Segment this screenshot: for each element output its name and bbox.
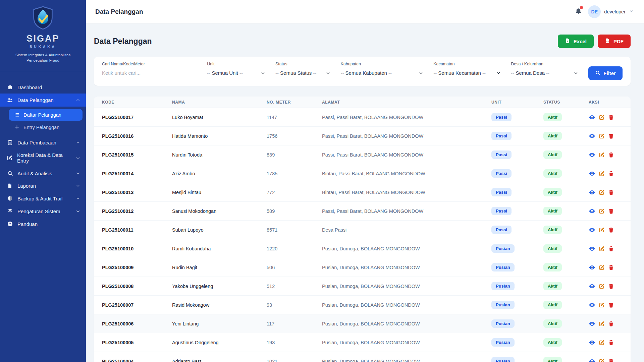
search-input[interactable] xyxy=(102,70,197,76)
edit-button[interactable] xyxy=(599,264,605,270)
sidebar-subitem-daftar-pelanggan[interactable]: Daftar Pelanggan xyxy=(9,109,83,121)
edit-button[interactable] xyxy=(599,189,605,195)
sidebar-item-data-pelanggan[interactable]: Data Pelanggan xyxy=(0,94,86,107)
trash-icon xyxy=(608,208,614,214)
view-button[interactable] xyxy=(589,227,595,233)
cell-nama: Hatida Mamonto xyxy=(172,133,267,139)
sidebar-item-pengaturan-sistem[interactable]: Pengaturan Sistem xyxy=(0,205,86,218)
view-button[interactable] xyxy=(589,283,595,290)
notification-bell-button[interactable] xyxy=(575,8,582,16)
unit-badge: Pusian xyxy=(491,357,515,362)
sidebar-item-data-pembacaan[interactable]: Data Pembacaan xyxy=(0,136,86,149)
col-unit: UNIT xyxy=(491,100,543,105)
cell-nama: Aziz Ambo xyxy=(172,171,267,176)
chevron-down-icon xyxy=(75,171,80,176)
view-button[interactable] xyxy=(589,189,595,196)
delete-button[interactable] xyxy=(608,189,614,195)
view-button[interactable] xyxy=(589,133,595,139)
edit-button[interactable] xyxy=(599,171,605,177)
document-icon xyxy=(7,183,13,189)
view-button[interactable] xyxy=(589,152,595,158)
trash-icon xyxy=(608,133,614,139)
delete-button[interactable] xyxy=(608,358,614,362)
sidebar-subitem-label: Entry Pelanggan xyxy=(23,125,59,130)
edit-button[interactable] xyxy=(599,283,605,289)
sidebar-item-panduan[interactable]: ?Panduan xyxy=(0,218,86,230)
cell-alamat: Passi, Passi Barat, BOLAANG MONGONDOW xyxy=(322,115,491,120)
view-button[interactable] xyxy=(589,170,595,177)
eye-icon xyxy=(589,320,595,327)
delete-button[interactable] xyxy=(608,171,614,177)
delete-button[interactable] xyxy=(608,340,614,346)
export-pdf-button[interactable]: PDF PDF xyxy=(598,35,631,48)
view-button[interactable] xyxy=(589,264,595,271)
eye-icon xyxy=(589,358,595,362)
edit-button[interactable] xyxy=(599,358,605,362)
delete-button[interactable] xyxy=(608,227,614,233)
cell-unit: Pusian xyxy=(491,338,543,347)
delete-button[interactable] xyxy=(608,246,614,252)
delete-button[interactable] xyxy=(608,114,614,120)
cell-aksi xyxy=(589,189,623,196)
status-field: Status -- Semua Status -- xyxy=(275,62,331,80)
kabupaten-select[interactable]: -- Semua Kabupaten -- xyxy=(340,70,423,76)
delete-button[interactable] xyxy=(608,133,614,139)
sidebar-subitem-entry-pelanggan[interactable]: Entry Pelanggan xyxy=(9,121,83,133)
delete-button[interactable] xyxy=(608,264,614,270)
cell-aksi xyxy=(589,320,623,327)
eye-icon xyxy=(589,189,595,196)
eye-icon xyxy=(589,114,595,121)
delete-button[interactable] xyxy=(608,302,614,308)
edit-button[interactable] xyxy=(599,152,605,158)
sidebar-item-koreksi-data-data-entry[interactable]: Koreksi Data & Data Entry xyxy=(0,149,86,167)
status-badge: Aktif xyxy=(543,132,562,140)
cell-nama: Luko Boyamat xyxy=(172,115,267,120)
delete-button[interactable] xyxy=(608,208,614,214)
pencil-icon xyxy=(599,340,605,346)
pencil-icon xyxy=(599,152,605,158)
view-button[interactable] xyxy=(589,114,595,121)
view-button[interactable] xyxy=(589,245,595,252)
trash-icon xyxy=(608,264,614,270)
desa-select[interactable]: -- Semua Desa -- xyxy=(511,70,578,76)
edit-button[interactable] xyxy=(599,227,605,233)
export-excel-button[interactable]: x Excel xyxy=(558,35,594,48)
sidebar-item-laporan[interactable]: Laporan xyxy=(0,180,86,192)
view-button[interactable] xyxy=(589,208,595,215)
unit-select[interactable]: -- Semua Unit -- xyxy=(207,70,265,76)
chevron-down-icon xyxy=(75,156,80,161)
sidebar-item-backup-audit-trail[interactable]: Backup & Audit Trail xyxy=(0,192,86,205)
view-button[interactable] xyxy=(589,358,595,362)
pencil-icon xyxy=(599,246,605,252)
sidebar-item-label: Koreksi Data & Data Entry xyxy=(17,152,71,164)
edit-button[interactable] xyxy=(599,133,605,139)
view-button[interactable] xyxy=(589,339,595,346)
unit-badge: Passi xyxy=(491,132,512,140)
edit-icon xyxy=(7,155,13,161)
unit-badge: Passi xyxy=(491,169,512,178)
cell-status: Aktif xyxy=(543,188,589,196)
delete-button[interactable] xyxy=(608,321,614,327)
kabupaten-label: Kabupaten xyxy=(340,62,423,66)
edit-button[interactable] xyxy=(599,114,605,120)
status-select[interactable]: -- Semua Status -- xyxy=(275,70,331,76)
delete-button[interactable] xyxy=(608,152,614,158)
filter-button[interactable]: Filter xyxy=(588,66,623,80)
edit-button[interactable] xyxy=(599,302,605,308)
kecamatan-select[interactable]: -- Semua Kecamatan -- xyxy=(433,70,501,76)
kecamatan-field: Kecamatan -- Semua Kecamatan -- xyxy=(433,62,501,80)
sidebar-item-audit-analisis[interactable]: Audit & Analisis xyxy=(0,167,86,180)
delete-button[interactable] xyxy=(608,283,614,289)
edit-button[interactable] xyxy=(599,340,605,346)
view-button[interactable] xyxy=(589,302,595,308)
chevron-down-icon xyxy=(261,71,265,75)
cell-unit: Pusian xyxy=(491,357,543,362)
sidebar-item-dashboard[interactable]: Dashboard xyxy=(0,81,86,94)
kecamatan-label: Kecamatan xyxy=(433,62,501,66)
edit-button[interactable] xyxy=(599,208,605,214)
user-menu[interactable]: DE developer xyxy=(588,5,634,18)
edit-button[interactable] xyxy=(599,246,605,252)
pencil-icon xyxy=(599,283,605,289)
edit-button[interactable] xyxy=(599,321,605,327)
view-button[interactable] xyxy=(589,320,595,327)
